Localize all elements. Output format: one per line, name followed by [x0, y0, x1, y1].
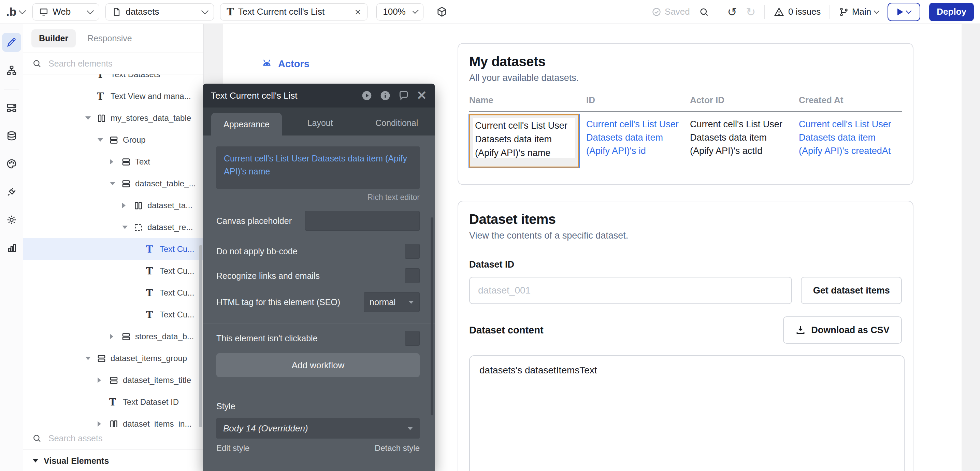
- branch-selector[interactable]: Main: [839, 6, 879, 17]
- search-assets-input[interactable]: [48, 433, 165, 444]
- save-status: Saved: [652, 6, 690, 17]
- tree-item-label: dataset_re...: [147, 223, 193, 232]
- close-icon[interactable]: ✕: [417, 89, 427, 102]
- monitor-icon: [39, 7, 48, 17]
- tree-item[interactable]: TText View and mana...: [23, 85, 204, 107]
- bb-code-checkbox[interactable]: [405, 244, 420, 259]
- style-select[interactable]: Body 14 (Overridden): [216, 418, 420, 439]
- caret-right-icon[interactable]: [110, 334, 121, 339]
- tab-responsive[interactable]: Responsive: [88, 33, 132, 43]
- tree-item[interactable]: dataset_items_group: [23, 347, 204, 369]
- tree-item[interactable]: TText Cu...: [23, 304, 204, 326]
- canvas-placeholder-input[interactable]: [305, 211, 420, 231]
- not-clickable-checkbox[interactable]: [405, 331, 420, 346]
- design-tab[interactable]: [2, 33, 21, 52]
- tree-item[interactable]: TText Datasets: [23, 75, 204, 85]
- cell-actor-id[interactable]: Current cell's List User Datasets data i…: [690, 111, 799, 167]
- caret-right-icon[interactable]: [98, 421, 109, 426]
- caret-right-icon[interactable]: [122, 203, 134, 208]
- caret-right-icon[interactable]: [98, 377, 109, 383]
- field-label: This element isn't clickable: [216, 333, 318, 343]
- page-nav-actors[interactable]: Actors: [261, 58, 310, 70]
- tree-item[interactable]: dataset_table_...: [23, 173, 204, 194]
- tree-item-label: Text Cu...: [160, 266, 194, 276]
- divider: [203, 462, 435, 462]
- tab-builder[interactable]: Builder: [32, 29, 76, 48]
- html-tag-select[interactable]: normal: [364, 292, 420, 312]
- rich-text-editor-link[interactable]: Rich text editor: [216, 193, 420, 202]
- run-workflow-icon[interactable]: [361, 90, 372, 101]
- detach-style-link[interactable]: Detach style: [375, 443, 420, 453]
- redo-icon[interactable]: ↻: [746, 6, 756, 18]
- caret-down-icon[interactable]: [110, 182, 121, 185]
- comment-icon[interactable]: [398, 90, 409, 101]
- logs-tab[interactable]: [2, 238, 21, 257]
- tab-appearance[interactable]: Appearance: [211, 113, 282, 135]
- tree-scrollbar[interactable]: [199, 245, 202, 427]
- data-tab[interactable]: [2, 126, 21, 145]
- issues-indicator[interactable]: 0 issues: [774, 6, 821, 17]
- my-datasets-card[interactable]: My datasets All your available datasets.…: [458, 43, 913, 185]
- page-selector[interactable]: datasets: [105, 3, 214, 21]
- tree-item[interactable]: my_stores_data_table: [23, 107, 204, 129]
- column-header: Actor ID: [690, 95, 799, 105]
- dataset-content-box[interactable]: datasets's datasetItemsText: [469, 355, 905, 471]
- caret-down-icon[interactable]: [98, 138, 109, 142]
- inspector-scrollbar[interactable]: [431, 217, 433, 415]
- app-menu-button[interactable]: .b: [6, 5, 25, 18]
- close-icon[interactable]: ×: [355, 6, 361, 18]
- platform-selector[interactable]: Web: [32, 3, 99, 21]
- tree-item[interactable]: dataset_re...: [23, 216, 204, 238]
- tree-item[interactable]: Text: [23, 151, 204, 173]
- settings-tab[interactable]: [2, 210, 21, 229]
- tree-item[interactable]: TText Dataset ID: [23, 391, 204, 413]
- plugins-tab[interactable]: [2, 182, 21, 201]
- card-subtitle: All your available datasets.: [469, 73, 902, 83]
- dataset-items-card[interactable]: Dataset items View the contents of a spe…: [458, 200, 913, 471]
- edit-style-link[interactable]: Edit style: [216, 443, 250, 453]
- zoom-selector[interactable]: 100%: [376, 3, 423, 21]
- property-editor-header[interactable]: Text Current cell's List ✕: [203, 84, 435, 108]
- property-editor-title: Text Current cell's List: [211, 91, 298, 101]
- caret-right-icon[interactable]: [110, 159, 121, 164]
- tree-item[interactable]: TText Cu...: [23, 282, 204, 304]
- tab-conditional[interactable]: Conditional: [358, 118, 435, 135]
- styles-tab[interactable]: [2, 154, 21, 173]
- components-cube-icon[interactable]: [436, 6, 448, 18]
- preview-button[interactable]: [888, 3, 920, 21]
- deploy-button[interactable]: Deploy: [929, 3, 974, 21]
- workflow-tab[interactable]: [2, 61, 21, 80]
- info-icon[interactable]: [380, 90, 391, 101]
- tree-item[interactable]: TText Cu...: [23, 260, 204, 282]
- selected-element-outline[interactable]: Current cell's List User Datasets data i…: [469, 115, 579, 167]
- visual-elements-section[interactable]: Visual Elements: [23, 449, 204, 471]
- element-tab[interactable]: T Text Current cell's List ×: [220, 3, 368, 21]
- backend-tab[interactable]: [2, 98, 21, 118]
- caret-down-icon[interactable]: [85, 356, 97, 360]
- tree-item[interactable]: dataset_ta...: [23, 194, 204, 216]
- cell-id[interactable]: Current cell's List User Datasets data i…: [586, 111, 690, 167]
- cell-name-selected[interactable]: Current cell's List User Datasets data i…: [469, 111, 586, 167]
- add-workflow-button[interactable]: Add workflow: [216, 353, 420, 377]
- download-csv-button[interactable]: Download as CSV: [783, 317, 902, 344]
- cell-created-at[interactable]: Current cell's List User Datasets data i…: [799, 111, 902, 167]
- get-dataset-items-button[interactable]: Get dataset items: [801, 277, 902, 304]
- undo-icon[interactable]: ↺: [727, 6, 737, 18]
- recognize-links-checkbox[interactable]: [405, 268, 420, 283]
- select-value: normal: [369, 297, 396, 307]
- field-label: Recognize links and emails: [216, 271, 320, 281]
- caret-down-icon[interactable]: [85, 116, 97, 120]
- tab-layout[interactable]: Layout: [282, 118, 359, 135]
- search-icon[interactable]: [699, 7, 709, 17]
- dynamic-expression[interactable]: Current cell's List User Datasets data i…: [224, 154, 407, 176]
- tree-item[interactable]: dataset_items_title: [23, 369, 204, 391]
- tree-item[interactable]: Group: [23, 129, 204, 151]
- caret-down-icon[interactable]: [122, 226, 134, 229]
- property-editor[interactable]: Text Current cell's List ✕ Appearance La…: [203, 84, 435, 471]
- tree-item[interactable]: dataset_items_in...: [23, 413, 204, 427]
- search-elements-input[interactable]: [48, 58, 165, 69]
- tree-item[interactable]: stores_data_b...: [23, 326, 204, 347]
- dataset-id-input[interactable]: [469, 277, 792, 304]
- text-expression-field[interactable]: Current cell's List User Datasets data i…: [216, 146, 420, 189]
- tree-item[interactable]: TText Cu...: [23, 238, 204, 260]
